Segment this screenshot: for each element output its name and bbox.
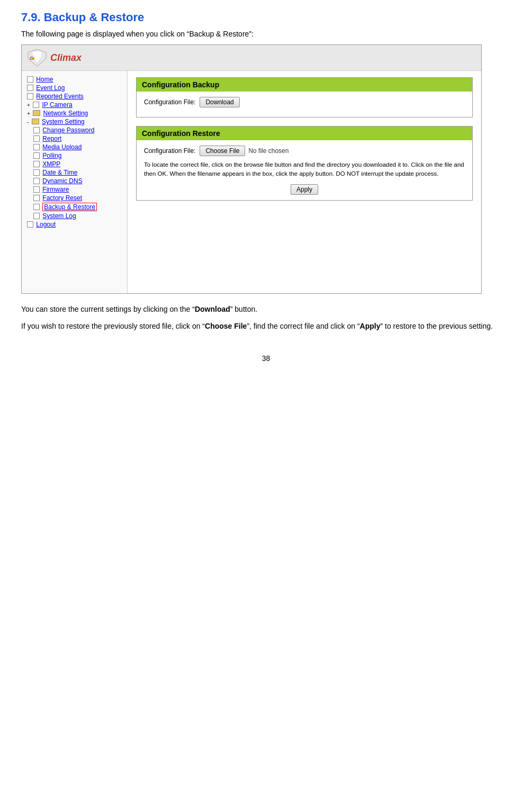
xmpp-link[interactable]: XMPP	[42, 160, 60, 168]
sidebar-item-system-setting[interactable]: - System Setting	[22, 118, 127, 126]
sidebar-item-system-log[interactable]: System Log	[22, 212, 127, 220]
sidebar-nav: Home Event Log Reported Events + IP Came…	[22, 71, 128, 293]
media-upload-link[interactable]: Media Upload	[42, 143, 82, 151]
sidebar-item-xmpp[interactable]: XMPP	[22, 160, 127, 168]
backup-field-row: Configuration File: Download	[144, 97, 465, 107]
sidebar-item-polling[interactable]: Polling	[22, 151, 127, 160]
date-time-icon	[33, 169, 40, 176]
sidebar-item-change-password[interactable]: Change Password	[22, 126, 127, 134]
download-button[interactable]: Download	[200, 97, 239, 107]
page-number: 38	[21, 354, 511, 363]
date-time-link[interactable]: Date & Time	[42, 169, 77, 176]
sidebar-item-firmware[interactable]: Firmware	[22, 185, 127, 194]
apply-bold: Apply	[360, 322, 381, 330]
sidebar-item-logout[interactable]: Logout	[22, 220, 127, 229]
xmpp-icon	[33, 161, 40, 167]
sidebar-item-dynamic-dns[interactable]: Dynamic DNS	[22, 177, 127, 185]
system-setting-link[interactable]: System Setting	[42, 118, 85, 125]
reported-events-icon	[27, 93, 33, 100]
sidebar-list: Home Event Log Reported Events + IP Came…	[22, 75, 127, 229]
restore-section-body: Configuration File: Choose File No file …	[137, 140, 472, 200]
sidebar-item-media-upload[interactable]: Media Upload	[22, 143, 127, 151]
sidebar-item-factory-reset[interactable]: Factory Reset	[22, 194, 127, 202]
network-setting-expand-icon: +	[27, 111, 30, 116]
home-link[interactable]: Home	[36, 76, 53, 83]
sidebar-item-network-setting[interactable]: + Network Setting	[22, 109, 127, 118]
device-panel: C 🔒 Climax Home Event Log Reported Event…	[21, 44, 482, 294]
backup-field-label: Configuration File:	[144, 98, 195, 106]
system-setting-folder-icon	[32, 119, 39, 124]
panel-body: Home Event Log Reported Events + IP Came…	[22, 71, 481, 293]
system-setting-expand-icon: -	[27, 119, 29, 125]
firmware-icon	[33, 186, 40, 193]
polling-icon	[33, 152, 40, 159]
sidebar-item-ip-camera[interactable]: + IP Camera	[22, 101, 127, 109]
no-file-text: No file chosen	[248, 147, 288, 155]
media-upload-icon	[33, 144, 40, 150]
backup-section-header: Configuration Backup	[137, 78, 472, 92]
ip-camera-link[interactable]: IP Camera	[42, 101, 73, 109]
choose-file-bold: Choose File	[205, 322, 247, 330]
firmware-link[interactable]: Firmware	[42, 186, 69, 193]
dynamic-dns-icon	[33, 178, 40, 184]
sidebar-item-eventlog[interactable]: Event Log	[22, 84, 127, 92]
restore-section: Configuration Restore Configuration File…	[136, 126, 473, 201]
page-title: 7.9. Backup & Restore	[21, 11, 511, 24]
apply-row: Apply	[144, 184, 465, 195]
home-icon	[27, 76, 33, 83]
reported-events-link[interactable]: Reported Events	[36, 93, 83, 100]
apply-button[interactable]: Apply	[291, 184, 318, 195]
climax-shield-icon: C 🔒	[27, 48, 47, 67]
system-log-icon	[33, 213, 40, 219]
download-bold: Download	[195, 305, 230, 313]
eventlog-link[interactable]: Event Log	[36, 84, 65, 92]
restore-field-row: Configuration File: Choose File No file …	[144, 146, 465, 156]
backup-restore-icon	[33, 204, 40, 210]
sidebar-item-reported-events[interactable]: Reported Events	[22, 92, 127, 101]
factory-reset-icon	[33, 195, 40, 201]
sidebar-item-report[interactable]: Report	[22, 134, 127, 143]
factory-reset-link[interactable]: Factory Reset	[42, 194, 82, 202]
logo-header: C 🔒 Climax	[22, 45, 481, 71]
svg-text:🔒: 🔒	[31, 55, 35, 60]
backup-section-body: Configuration File: Download	[137, 92, 472, 117]
description-para-1: You can store the current settings by cl…	[21, 303, 511, 316]
change-password-link[interactable]: Change Password	[42, 127, 94, 134]
ip-camera-expand-icon: +	[27, 102, 30, 108]
description-block: You can store the current settings by cl…	[21, 303, 511, 333]
backup-restore-link[interactable]: Backup & Restore	[42, 203, 97, 211]
system-log-link[interactable]: System Log	[42, 212, 76, 220]
sidebar-item-home[interactable]: Home	[22, 75, 127, 84]
report-icon	[33, 135, 40, 142]
sidebar-item-date-time[interactable]: Date & Time	[22, 168, 127, 177]
backup-section: Configuration Backup Configuration File:…	[136, 77, 473, 118]
intro-paragraph: The following page is displayed when you…	[21, 30, 511, 38]
eventlog-icon	[27, 85, 33, 91]
restore-section-header: Configuration Restore	[137, 127, 472, 140]
restore-field-label: Configuration File:	[144, 147, 195, 155]
sidebar-item-backup-restore[interactable]: Backup & Restore	[22, 202, 127, 212]
brand-name: Climax	[50, 52, 82, 64]
main-content: Configuration Backup Configuration File:…	[128, 71, 481, 293]
network-setting-link[interactable]: Network Setting	[43, 110, 88, 117]
logout-link[interactable]: Logout	[36, 221, 56, 228]
change-password-icon	[33, 127, 40, 133]
network-setting-folder-icon	[33, 110, 40, 116]
dynamic-dns-link[interactable]: Dynamic DNS	[42, 177, 82, 185]
description-para-2: If you wish to restore the previously st…	[21, 320, 511, 333]
polling-link[interactable]: Polling	[42, 152, 61, 159]
restore-instructions: To locate the correct file, click on the…	[144, 160, 465, 179]
logout-icon	[27, 221, 33, 228]
report-link[interactable]: Report	[42, 135, 61, 142]
choose-file-button[interactable]: Choose File	[200, 146, 245, 156]
ip-camera-icon	[33, 102, 39, 108]
